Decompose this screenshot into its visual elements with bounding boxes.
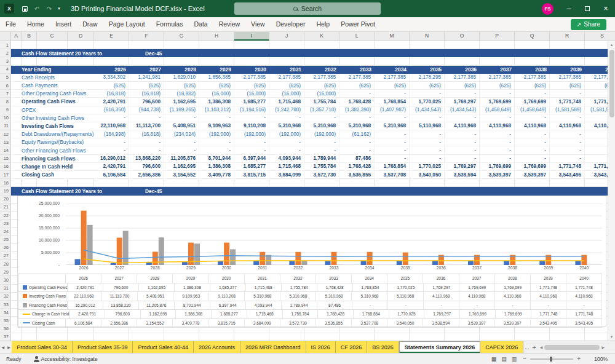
cell-value[interactable]: (1,194,516): [234, 106, 269, 114]
cell-value[interactable]: 3,409,778: [199, 171, 234, 179]
row-header-33[interactable]: 33: [0, 301, 11, 309]
sheet-tab-bs-2026[interactable]: BS 2026: [367, 341, 399, 353]
cell[interactable]: [375, 57, 410, 65]
column-header-d[interactable]: D: [68, 32, 94, 41]
cell-value[interactable]: 3,540,050: [410, 171, 445, 179]
cell-value[interactable]: (625): [129, 82, 164, 90]
cell[interactable]: [410, 179, 445, 187]
cell-value[interactable]: 5,310,968: [339, 122, 375, 130]
cell-value[interactable]: -: [164, 138, 199, 146]
cell[interactable]: [445, 333, 480, 341]
row-header-32[interactable]: 32: [0, 293, 11, 301]
row-header-13[interactable]: 13: [0, 138, 11, 146]
cell-value[interactable]: -: [375, 155, 410, 163]
horizontal-scrollbar[interactable]: ◀ ▶: [538, 341, 606, 353]
row-header-1[interactable]: 1: [0, 41, 11, 49]
zoom-in-button[interactable]: +: [577, 355, 581, 362]
column-header-h[interactable]: H: [199, 32, 234, 41]
sheet-tab-statements-summary-2026[interactable]: Statements Summary 2026: [399, 341, 481, 353]
cell[interactable]: [269, 57, 304, 65]
cell-value[interactable]: 2,656,386: [129, 171, 164, 179]
undo-button[interactable]: ↶: [31, 3, 42, 14]
cell[interactable]: [550, 333, 585, 341]
cell[interactable]: [375, 333, 410, 341]
cell[interactable]: [199, 41, 234, 49]
cell-value[interactable]: (625): [515, 82, 550, 90]
cell-value[interactable]: 5,310,968: [375, 122, 410, 130]
cell-value[interactable]: 16,290,012: [94, 155, 129, 163]
year-cell-2030[interactable]: 2030: [234, 66, 269, 73]
cell-value[interactable]: 1,768,428: [339, 98, 375, 106]
cell-value[interactable]: 4,110,968: [480, 122, 515, 130]
row-header-5[interactable]: 5: [0, 74, 11, 82]
cell[interactable]: [445, 179, 480, 187]
cell-value[interactable]: -: [480, 138, 515, 146]
avatar[interactable]: FS: [542, 3, 554, 15]
cell-value[interactable]: 6,397,944: [234, 155, 269, 163]
cell[interactable]: [164, 57, 199, 65]
row-header-4[interactable]: 4: [0, 66, 11, 74]
cell-value[interactable]: -: [94, 146, 129, 154]
cell[interactable]: [445, 57, 480, 65]
cell-value[interactable]: 1,162,695: [164, 98, 199, 106]
cell-value[interactable]: -: [515, 90, 550, 98]
cell-value[interactable]: 1,755,784: [304, 98, 339, 106]
year-cell-2032[interactable]: 2032: [304, 66, 339, 73]
cell-value[interactable]: -: [515, 114, 550, 122]
cell-value[interactable]: 5,310,968: [269, 122, 304, 130]
cell[interactable]: [304, 333, 339, 341]
cell[interactable]: [480, 57, 515, 65]
cell-value[interactable]: 1,685,277: [234, 163, 269, 171]
cell[interactable]: [480, 41, 515, 49]
cell-value[interactable]: 9,110,208: [234, 122, 269, 130]
cell[interactable]: [339, 41, 375, 49]
cell-value[interactable]: (625): [375, 82, 410, 90]
cell-value[interactable]: (625): [480, 82, 515, 90]
cell-value[interactable]: (16,000): [199, 90, 234, 98]
cell-value[interactable]: -: [375, 146, 410, 154]
cell[interactable]: [11, 98, 22, 106]
cell[interactable]: [94, 41, 129, 49]
cell-value[interactable]: (1,458,649): [515, 106, 550, 114]
share-button[interactable]: ↗ Share: [571, 19, 606, 30]
row-header-36[interactable]: 36: [0, 325, 11, 333]
cell[interactable]: [164, 179, 199, 187]
cell[interactable]: [199, 57, 234, 65]
cell[interactable]: [22, 57, 37, 65]
cell-value[interactable]: -: [480, 90, 515, 98]
page-break-view-icon[interactable]: ▥: [512, 356, 517, 362]
ribbon-tab-draw[interactable]: Draw: [77, 17, 103, 31]
cell-value[interactable]: -: [269, 138, 304, 146]
cell-value[interactable]: 2,177,385: [269, 74, 304, 82]
cell[interactable]: [11, 82, 22, 90]
cell-value[interactable]: (1,458,649): [480, 106, 515, 114]
cell[interactable]: [11, 333, 22, 341]
row-header-35[interactable]: 35: [0, 317, 11, 325]
cell-value[interactable]: -: [480, 114, 515, 122]
sheet-tab-capex-2026[interactable]: CAPEX 2026: [480, 341, 523, 353]
cell[interactable]: [445, 41, 480, 49]
normal-view-icon[interactable]: ▦: [491, 356, 497, 362]
cell-value[interactable]: 1,769,297: [445, 163, 480, 171]
cash-flow-chart[interactable]: 25,000,00020,000,00015,000,00010,000,000…: [17, 196, 606, 326]
row-header-3[interactable]: 3: [0, 57, 11, 65]
cell-value[interactable]: 1,685,277: [234, 98, 269, 106]
cell-value[interactable]: 2,177,385: [304, 74, 339, 82]
cell[interactable]: [304, 179, 339, 187]
cell-value[interactable]: -: [94, 114, 129, 122]
cell[interactable]: [304, 41, 339, 49]
cell-value[interactable]: 13,868,220: [129, 155, 164, 163]
cell[interactable]: [22, 333, 37, 341]
row-header-14[interactable]: 14: [0, 146, 11, 154]
row-header-16[interactable]: 16: [0, 163, 11, 171]
cell-value[interactable]: -: [410, 130, 445, 138]
ribbon-tab-page-layout[interactable]: Page Layout: [103, 17, 151, 31]
cell-value[interactable]: 8,701,944: [199, 155, 234, 163]
cell-value[interactable]: 5,110,968: [410, 122, 445, 130]
cell-value[interactable]: 1,162,695: [164, 163, 199, 171]
cell-value[interactable]: -: [304, 146, 339, 154]
ribbon-tab-file[interactable]: File: [0, 17, 22, 31]
cell-value[interactable]: (1,103,212): [199, 106, 234, 114]
cell-value[interactable]: -: [445, 114, 480, 122]
excel-app-icon[interactable]: X: [4, 4, 14, 14]
